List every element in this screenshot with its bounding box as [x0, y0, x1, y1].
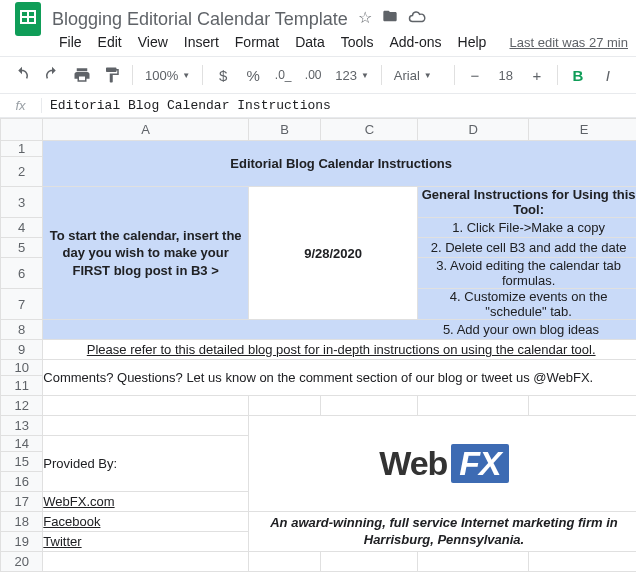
toolbar-separator: [132, 65, 133, 85]
row-header[interactable]: 17: [1, 492, 43, 512]
italic-button[interactable]: I: [594, 62, 622, 88]
font-combo[interactable]: Arial▼: [388, 62, 448, 88]
col-header-e[interactable]: E: [529, 119, 636, 141]
toolbar-separator: [202, 65, 203, 85]
paint-format-button[interactable]: [98, 62, 126, 88]
menu-edit[interactable]: Edit: [91, 30, 129, 54]
cell-title[interactable]: Editorial Blog Calendar Instructions: [43, 141, 636, 187]
col-header-d[interactable]: D: [418, 119, 529, 141]
row-header[interactable]: 3: [1, 187, 43, 218]
row-header[interactable]: 15: [1, 452, 43, 472]
formula-input[interactable]: Editorial Blog Calendar Instructions: [42, 98, 636, 113]
row-header[interactable]: 6: [1, 258, 43, 289]
row-header[interactable]: 9: [1, 340, 43, 360]
cell[interactable]: [418, 552, 529, 572]
cell-detail-link[interactable]: Please refer to this detailed blog post …: [43, 340, 636, 360]
cell-instr-1[interactable]: 1. Click File->Make a copy: [418, 218, 636, 238]
row-header[interactable]: 10: [1, 360, 43, 376]
row-header[interactable]: 13: [1, 416, 43, 436]
cell[interactable]: [43, 396, 249, 416]
row-header[interactable]: 8: [1, 320, 43, 340]
zoom-combo[interactable]: 100%▼: [139, 62, 196, 88]
cell[interactable]: [43, 416, 249, 436]
col-header-a[interactable]: A: [43, 119, 249, 141]
row-header[interactable]: 5: [1, 238, 43, 258]
menu-help[interactable]: Help: [451, 30, 494, 54]
menu-data[interactable]: Data: [288, 30, 332, 54]
row-header[interactable]: 2: [1, 157, 43, 187]
doc-title[interactable]: Blogging Editorial Calendar Template: [52, 9, 348, 30]
cell-link-twitter[interactable]: Twitter: [43, 532, 249, 552]
cell-date[interactable]: 9/28/2020: [248, 187, 417, 320]
formula-bar: fx Editorial Blog Calendar Instructions: [0, 94, 636, 118]
cell[interactable]: [43, 552, 249, 572]
col-header-b[interactable]: B: [248, 119, 321, 141]
toolbar-separator: [557, 65, 558, 85]
row-header[interactable]: 18: [1, 512, 43, 532]
cell-instr-5[interactable]: 5. Add your own blog ideas: [43, 320, 636, 340]
menu-addons[interactable]: Add-ons: [382, 30, 448, 54]
print-button[interactable]: [68, 62, 96, 88]
cell-comments[interactable]: Comments? Questions? Let us know on the …: [43, 360, 636, 396]
cell-logo[interactable]: WebFX: [248, 416, 636, 512]
menu-file[interactable]: File: [52, 30, 89, 54]
currency-button[interactable]: $: [209, 62, 237, 88]
cell-instr-header[interactable]: General Instructions for Using this Tool…: [418, 187, 636, 218]
row-header[interactable]: 7: [1, 289, 43, 320]
percent-button[interactable]: %: [239, 62, 267, 88]
increase-decimal-button[interactable]: .00: [299, 62, 327, 88]
cell-instr-2[interactable]: 2. Delete cell B3 and add the date: [418, 238, 636, 258]
toolbar: 100%▼ $ % .0_ .00 123▼ Arial▼ − 18 + B I: [0, 56, 636, 94]
row-header[interactable]: 4: [1, 218, 43, 238]
cell[interactable]: [248, 396, 321, 416]
select-all-corner[interactable]: [1, 119, 43, 141]
number-format-combo[interactable]: 123▼: [329, 62, 375, 88]
cell[interactable]: [529, 396, 636, 416]
row-header[interactable]: 16: [1, 472, 43, 492]
star-icon[interactable]: ☆: [358, 8, 372, 30]
font-size-decrease[interactable]: −: [461, 62, 489, 88]
menu-bar-row: File Edit View Insert Format Data Tools …: [0, 32, 636, 56]
menu-view[interactable]: View: [131, 30, 175, 54]
cell-instr-3[interactable]: 3. Avoid editing the calendar tab formul…: [418, 258, 636, 289]
last-edit-link[interactable]: Last edit was 27 min: [509, 35, 628, 50]
bold-button[interactable]: B: [564, 62, 592, 88]
row-header[interactable]: 11: [1, 376, 43, 396]
row-header[interactable]: 14: [1, 436, 43, 452]
redo-button[interactable]: [38, 62, 66, 88]
col-header-c[interactable]: C: [321, 119, 418, 141]
row-header[interactable]: 19: [1, 532, 43, 552]
webfx-logo: WebFX: [379, 444, 509, 483]
row-header[interactable]: 1: [1, 141, 43, 157]
cell[interactable]: [321, 396, 418, 416]
menu-bar: File Edit View Insert Format Data Tools …: [52, 30, 493, 54]
cell[interactable]: [321, 552, 418, 572]
title-bar: Blogging Editorial Calendar Template ☆: [0, 0, 636, 32]
undo-button[interactable]: [8, 62, 36, 88]
cloud-status-icon[interactable]: [408, 8, 426, 30]
cell-provided-by[interactable]: Provided By:: [43, 436, 249, 492]
cell[interactable]: [529, 552, 636, 572]
cell-tagline[interactable]: An award-winning, full service Internet …: [248, 512, 636, 552]
cell-left-instruction[interactable]: To start the calendar, insert the day yo…: [43, 187, 249, 320]
spreadsheet-grid[interactable]: A B C D E 1 Editorial Blog Calendar Inst…: [0, 118, 636, 572]
toolbar-separator: [381, 65, 382, 85]
sheets-app-icon[interactable]: [8, 0, 48, 39]
font-size-increase[interactable]: +: [523, 62, 551, 88]
menu-format[interactable]: Format: [228, 30, 286, 54]
cell-instr-4[interactable]: 4. Customize events on the "schedule" ta…: [418, 289, 636, 320]
row-header[interactable]: 12: [1, 396, 43, 416]
toolbar-separator: [454, 65, 455, 85]
cell-link-webfx[interactable]: WebFX.com: [43, 492, 249, 512]
menu-insert[interactable]: Insert: [177, 30, 226, 54]
font-size-input[interactable]: 18: [491, 62, 521, 88]
move-icon[interactable]: [382, 8, 398, 30]
cell[interactable]: [248, 552, 321, 572]
cell[interactable]: [418, 396, 529, 416]
row-header[interactable]: 20: [1, 552, 43, 572]
decrease-decimal-button[interactable]: .0_: [269, 62, 297, 88]
cell-link-facebook[interactable]: Facebook: [43, 512, 249, 532]
fx-label: fx: [0, 98, 42, 113]
menu-tools[interactable]: Tools: [334, 30, 381, 54]
